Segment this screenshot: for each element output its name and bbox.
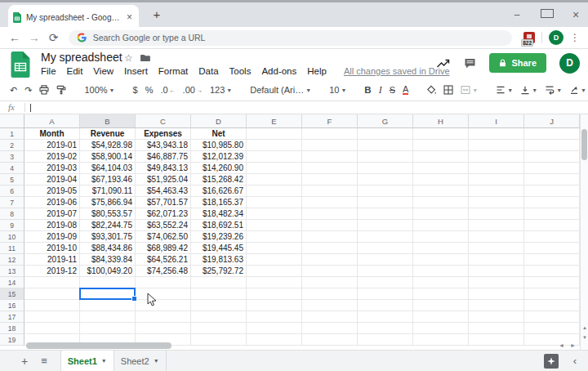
cell-F6[interactable]	[302, 186, 358, 197]
cell-A7[interactable]: 2019-06	[24, 197, 80, 208]
cell-D14[interactable]	[191, 277, 247, 288]
cell-A4[interactable]: 2019-03	[24, 163, 80, 174]
cell-J2[interactable]	[524, 140, 580, 151]
cell-J3[interactable]	[524, 151, 580, 163]
cell-D15[interactable]	[191, 288, 247, 300]
cell-E3[interactable]	[247, 151, 302, 163]
cell-D9[interactable]: $18,692.51	[191, 220, 247, 231]
row-header-13[interactable]: 13	[0, 266, 24, 277]
cell-G9[interactable]	[358, 220, 413, 231]
cell-C10[interactable]: $74,062.50	[136, 231, 191, 243]
cell-E17[interactable]	[247, 311, 302, 323]
menu-addons[interactable]: Add-ons	[261, 66, 296, 76]
cell-D7[interactable]: $18,165.37	[191, 197, 247, 208]
cell-H17[interactable]	[413, 311, 469, 323]
column-header-B[interactable]: B	[80, 114, 136, 128]
cell-G3[interactable]	[358, 151, 413, 163]
cell-C8[interactable]: $62,071.23	[136, 208, 191, 220]
share-button[interactable]: Share	[489, 53, 546, 73]
strikethrough-button[interactable]: S	[390, 85, 395, 95]
cell-D4[interactable]: $14,260.90	[191, 163, 247, 174]
cell-D13[interactable]: $25,792.72	[191, 266, 247, 277]
scroll-up-icon[interactable]: ▲	[581, 325, 588, 330]
cell-F7[interactable]	[302, 197, 358, 208]
cell-A8[interactable]: 2019-07	[24, 208, 80, 220]
font-dropdown[interactable]: Default (Ari… ▼	[250, 85, 311, 95]
merge-cells-dropdown[interactable]: ▼	[461, 85, 478, 95]
cell-A14[interactable]	[24, 277, 80, 288]
row-header-17[interactable]: 17	[0, 311, 24, 323]
cell-F14[interactable]	[302, 277, 358, 288]
cell-G14[interactable]	[358, 277, 413, 288]
borders-icon[interactable]	[443, 85, 453, 95]
cell-E4[interactable]	[247, 163, 302, 174]
format-percent-button[interactable]: %	[145, 85, 154, 95]
format-currency-button[interactable]: $	[133, 85, 138, 95]
cell-C6[interactable]: $54,463.43	[136, 186, 191, 197]
cell-G8[interactable]	[358, 208, 413, 220]
browser-tab[interactable]: My spreadsheet - Google Sheets ×	[8, 5, 139, 29]
back-button[interactable]: ←	[5, 31, 24, 44]
cell-D1[interactable]: Net	[191, 128, 247, 140]
cell-C3[interactable]: $46,887.75	[136, 151, 191, 163]
sheets-logo-icon[interactable]	[11, 51, 30, 78]
cell-E11[interactable]	[247, 243, 302, 254]
browser-menu-icon[interactable]: ⋮	[570, 32, 580, 43]
cell-H1[interactable]	[413, 128, 469, 140]
vertical-scrollbar[interactable]: ▲ ▼	[580, 114, 588, 350]
cell-H16[interactable]	[413, 300, 469, 311]
paint-format-icon[interactable]	[56, 85, 66, 95]
cell-J10[interactable]	[524, 231, 580, 243]
cell-J15[interactable]	[524, 288, 580, 300]
row-header-6[interactable]: 6	[0, 186, 24, 197]
forward-button[interactable]: →	[24, 31, 44, 44]
cell-B5[interactable]: $67,193.46	[80, 174, 136, 186]
text-rotation-dropdown[interactable]: ▼	[569, 85, 586, 95]
cell-F13[interactable]	[302, 266, 358, 277]
cell-H6[interactable]	[413, 186, 469, 197]
fill-color-icon[interactable]	[426, 85, 436, 95]
column-header-J[interactable]: J	[524, 114, 580, 128]
cell-C13[interactable]: $74,256.48	[136, 266, 191, 277]
cell-I3[interactable]	[469, 151, 524, 163]
cell-G12[interactable]	[358, 254, 413, 266]
cell-C2[interactable]: $43,943.18	[136, 140, 191, 151]
row-header-18[interactable]: 18	[0, 323, 24, 334]
decrease-decimal-button[interactable]: .0←	[160, 85, 175, 95]
print-icon[interactable]	[39, 85, 49, 95]
cell-F16[interactable]	[302, 300, 358, 311]
cell-E16[interactable]	[247, 300, 302, 311]
undo-button[interactable]: ↶	[10, 85, 17, 96]
cell-G18[interactable]	[358, 323, 413, 334]
extension-icon[interactable]: 822	[523, 32, 535, 43]
cell-D2[interactable]: $10,985.80	[191, 140, 247, 151]
vertical-scrollbar-thumb[interactable]	[581, 129, 587, 160]
formula-bar[interactable]: fx	[0, 101, 588, 114]
cell-C12[interactable]: $64,526.21	[136, 254, 191, 266]
menu-format[interactable]: Format	[158, 66, 188, 76]
cell-B8[interactable]: $80,553.57	[80, 208, 136, 220]
cell-I4[interactable]	[469, 163, 524, 174]
cell-F18[interactable]	[302, 323, 358, 334]
cell-E6[interactable]	[247, 186, 302, 197]
cell-J5[interactable]	[524, 174, 580, 186]
scroll-down-icon[interactable]: ▼	[581, 335, 588, 340]
cell-F12[interactable]	[302, 254, 358, 266]
row-header-14[interactable]: 14	[0, 277, 24, 288]
cell-A18[interactable]	[24, 323, 80, 334]
tab-close-icon[interactable]: ×	[125, 11, 134, 23]
cell-I16[interactable]	[469, 300, 524, 311]
cell-H10[interactable]	[413, 231, 469, 243]
cell-E15[interactable]	[247, 288, 302, 300]
select-all-corner[interactable]	[0, 114, 24, 128]
row-header-4[interactable]: 4	[0, 163, 24, 174]
row-header-11[interactable]: 11	[0, 243, 24, 254]
star-icon[interactable]: ☆	[124, 52, 133, 64]
cell-F5[interactable]	[302, 174, 358, 186]
cell-C11[interactable]: $68,989.42	[136, 243, 191, 254]
scroll-left-icon[interactable]: ◄	[559, 342, 564, 348]
sheet-tab-menu-icon[interactable]: ▼	[101, 358, 107, 364]
add-sheet-button[interactable]: +	[21, 355, 28, 368]
cell-I5[interactable]	[469, 174, 524, 186]
cell-H7[interactable]	[413, 197, 469, 208]
